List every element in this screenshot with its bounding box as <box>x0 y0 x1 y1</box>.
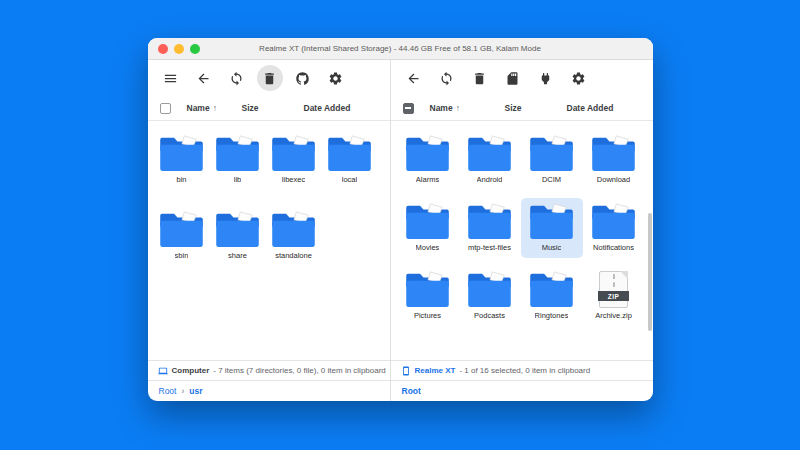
folder-icon <box>529 135 574 172</box>
refresh-icon[interactable] <box>434 65 460 91</box>
folder-icon <box>467 203 512 240</box>
column-size[interactable]: Size <box>505 103 567 113</box>
left-toolbar <box>148 60 390 96</box>
sd-card-icon[interactable] <box>500 65 526 91</box>
menu-icon[interactable] <box>158 65 184 91</box>
select-all-checkbox-indeterminate[interactable] <box>403 103 414 114</box>
back-icon[interactable] <box>401 65 427 91</box>
breadcrumb-root[interactable]: Root <box>159 386 177 396</box>
window-controls <box>158 38 200 59</box>
file-item-music-selected[interactable]: Music <box>521 198 583 258</box>
file-item-label: share <box>228 251 247 260</box>
file-item-share[interactable]: share <box>210 206 266 266</box>
file-item-label: Movies <box>416 243 440 252</box>
file-item-lib[interactable]: lib <box>210 130 266 190</box>
file-item-label: sbin <box>175 251 189 260</box>
file-item-archive-zip[interactable]: ZIP Archive.zip <box>583 266 645 326</box>
trash-icon[interactable] <box>257 65 283 91</box>
folder-icon <box>271 135 316 172</box>
file-item-ringtones[interactable]: Ringtones <box>521 266 583 326</box>
zip-badge: ZIP <box>598 291 629 301</box>
file-item-label: DCIM <box>542 175 561 184</box>
right-toolbar <box>391 60 653 96</box>
column-date-added[interactable]: Date Added <box>304 103 378 113</box>
file-item-label: standalone <box>275 251 312 260</box>
column-name-label: Name <box>430 103 453 113</box>
file-item-download[interactable]: Download <box>583 130 645 190</box>
left-breadcrumb: Root › usr <box>148 380 390 401</box>
left-statusbar: Computer - 7 items (7 directories, 0 fil… <box>148 360 390 380</box>
right-breadcrumb: Root <box>391 380 653 401</box>
file-item-bin[interactable]: bin <box>154 130 210 190</box>
dual-panes: Name ↑ Size Date Added bin lib libexec <box>148 60 653 401</box>
refresh-icon[interactable] <box>224 65 250 91</box>
column-name-label: Name <box>187 103 210 113</box>
file-item-movies[interactable]: Movies <box>397 198 459 258</box>
scrollbar[interactable] <box>648 213 652 331</box>
smartphone-icon <box>401 366 411 376</box>
folder-icon <box>405 271 450 308</box>
file-item-pictures[interactable]: Pictures <box>397 266 459 326</box>
file-item-notifications[interactable]: Notifications <box>583 198 645 258</box>
folder-icon <box>529 203 574 240</box>
file-item-label: Pictures <box>414 311 441 320</box>
file-item-label: local <box>342 175 357 184</box>
right-status-device: Realme XT <box>415 366 456 375</box>
settings-gear-icon[interactable] <box>323 65 349 91</box>
file-item-android[interactable]: Android <box>459 130 521 190</box>
plug-icon[interactable] <box>533 65 559 91</box>
close-window-button[interactable] <box>158 44 168 54</box>
github-icon[interactable] <box>290 65 316 91</box>
titlebar: Realme XT (Internal Shared Storage) - 44… <box>148 38 653 60</box>
window-title: Realme XT (Internal Shared Storage) - 44… <box>259 44 541 53</box>
left-status-text: - 7 items (7 directories, 0 file), 0 ite… <box>213 366 386 375</box>
folder-icon <box>591 203 636 240</box>
folder-icon <box>405 203 450 240</box>
folder-icon <box>529 271 574 308</box>
column-date-added[interactable]: Date Added <box>567 103 641 113</box>
file-item-label: mtp-test-files <box>468 243 511 252</box>
column-size[interactable]: Size <box>242 103 304 113</box>
right-pane: Name ↑ Size Date Added Alarms Android DC… <box>391 60 653 401</box>
column-name[interactable]: Name ↑ <box>430 103 505 113</box>
file-item-dcim[interactable]: DCIM <box>521 130 583 190</box>
file-item-label: Archive.zip <box>595 311 632 320</box>
file-item-standalone[interactable]: standalone <box>266 206 322 266</box>
file-item-label: Download <box>597 175 630 184</box>
folder-icon <box>405 135 450 172</box>
file-item-local[interactable]: local <box>322 130 378 190</box>
breadcrumb-usr[interactable]: usr <box>189 386 202 396</box>
back-icon[interactable] <box>191 65 217 91</box>
file-item-sbin[interactable]: sbin <box>154 206 210 266</box>
file-item-alarms[interactable]: Alarms <box>397 130 459 190</box>
maximize-window-button[interactable] <box>190 44 200 54</box>
zipper-icon <box>613 274 615 287</box>
file-item-label: bin <box>176 175 186 184</box>
zip-file-icon: ZIP <box>599 271 628 308</box>
left-column-headers: Name ↑ Size Date Added <box>148 96 390 121</box>
file-item-label: Podcasts <box>474 311 505 320</box>
file-item-label: lib <box>234 175 242 184</box>
select-all-checkbox[interactable] <box>160 103 171 114</box>
folder-icon <box>467 271 512 308</box>
minimize-window-button[interactable] <box>174 44 184 54</box>
right-statusbar: Realme XT - 1 of 16 selected, 0 item in … <box>391 360 653 380</box>
file-item-podcasts[interactable]: Podcasts <box>459 266 521 326</box>
column-name[interactable]: Name ↑ <box>187 103 242 113</box>
chevron-right-icon: › <box>181 386 184 396</box>
sort-ascending-icon: ↑ <box>456 103 460 113</box>
sort-ascending-icon: ↑ <box>213 103 217 113</box>
trash-icon[interactable] <box>467 65 493 91</box>
file-item-label: Alarms <box>416 175 439 184</box>
folder-icon <box>591 135 636 172</box>
file-item-label: Music <box>542 243 562 252</box>
computer-icon <box>158 366 168 376</box>
folder-icon <box>159 135 204 172</box>
file-item-mtp-test-files[interactable]: mtp-test-files <box>459 198 521 258</box>
file-item-label: Notifications <box>593 243 634 252</box>
file-manager-window: Realme XT (Internal Shared Storage) - 44… <box>148 38 653 401</box>
settings-gear-icon[interactable] <box>566 65 592 91</box>
file-item-libexec[interactable]: libexec <box>266 130 322 190</box>
folder-icon <box>215 135 260 172</box>
breadcrumb-root[interactable]: Root <box>402 386 421 396</box>
